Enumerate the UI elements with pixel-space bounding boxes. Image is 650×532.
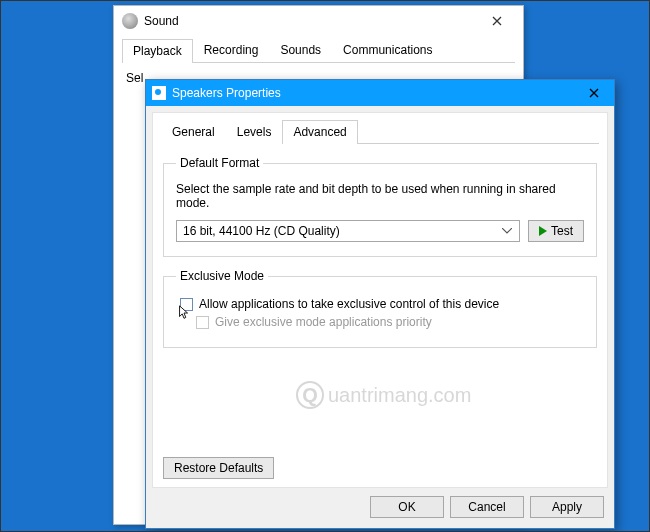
- test-button[interactable]: Test: [528, 220, 584, 242]
- sound-tab-playback[interactable]: Playback: [122, 39, 193, 63]
- restore-defaults-button[interactable]: Restore Defaults: [163, 457, 274, 479]
- sound-tab-sounds[interactable]: Sounds: [269, 38, 332, 62]
- priority-row: Give exclusive mode applications priorit…: [196, 315, 584, 329]
- sound-tab-recording[interactable]: Recording: [193, 38, 270, 62]
- priority-label: Give exclusive mode applications priorit…: [215, 315, 432, 329]
- sound-body-text: Sel: [126, 71, 143, 85]
- ok-button[interactable]: OK: [370, 496, 444, 518]
- priority-checkbox: [196, 316, 209, 329]
- props-client: General Levels Advanced Default Format S…: [152, 112, 608, 488]
- close-icon: [492, 16, 502, 26]
- exclusive-mode-group: Exclusive Mode Allow applications to tak…: [163, 269, 597, 348]
- default-format-desc: Select the sample rate and bit depth to …: [176, 182, 584, 210]
- default-format-legend: Default Format: [176, 156, 263, 170]
- apply-label: Apply: [552, 500, 582, 514]
- speakers-properties-window: Speakers Properties General Levels Advan…: [145, 79, 615, 529]
- allow-exclusive-label: Allow applications to take exclusive con…: [199, 297, 499, 311]
- allow-exclusive-checkbox[interactable]: [180, 298, 193, 311]
- tab-advanced[interactable]: Advanced: [282, 120, 357, 144]
- tab-general[interactable]: General: [161, 120, 226, 144]
- play-icon: [539, 226, 547, 236]
- tab-levels[interactable]: Levels: [226, 120, 283, 144]
- chevron-down-icon: [499, 223, 515, 239]
- sample-rate-value: 16 bit, 44100 Hz (CD Quality): [183, 224, 340, 238]
- test-button-label: Test: [551, 224, 573, 238]
- sound-title: Sound: [144, 14, 179, 28]
- sample-rate-select[interactable]: 16 bit, 44100 Hz (CD Quality): [176, 220, 520, 242]
- props-tabs: General Levels Advanced: [161, 119, 599, 144]
- props-title: Speakers Properties: [172, 86, 281, 100]
- speaker-icon: [152, 86, 166, 100]
- sound-icon: [122, 13, 138, 29]
- cancel-label: Cancel: [468, 500, 505, 514]
- sound-tabs: Playback Recording Sounds Communications: [122, 38, 515, 63]
- props-titlebar[interactable]: Speakers Properties: [146, 80, 614, 106]
- default-format-group: Default Format Select the sample rate an…: [163, 156, 597, 257]
- sound-close-button[interactable]: [477, 10, 517, 32]
- apply-button[interactable]: Apply: [530, 496, 604, 518]
- ok-label: OK: [398, 500, 415, 514]
- allow-exclusive-row[interactable]: Allow applications to take exclusive con…: [180, 297, 584, 311]
- restore-defaults-label: Restore Defaults: [174, 461, 263, 475]
- action-bar: OK Cancel Apply: [146, 488, 614, 526]
- props-close-button[interactable]: [574, 80, 614, 106]
- cancel-button[interactable]: Cancel: [450, 496, 524, 518]
- close-icon: [589, 88, 599, 98]
- sound-tab-communications[interactable]: Communications: [332, 38, 443, 62]
- sound-titlebar: Sound: [114, 6, 523, 36]
- exclusive-mode-legend: Exclusive Mode: [176, 269, 268, 283]
